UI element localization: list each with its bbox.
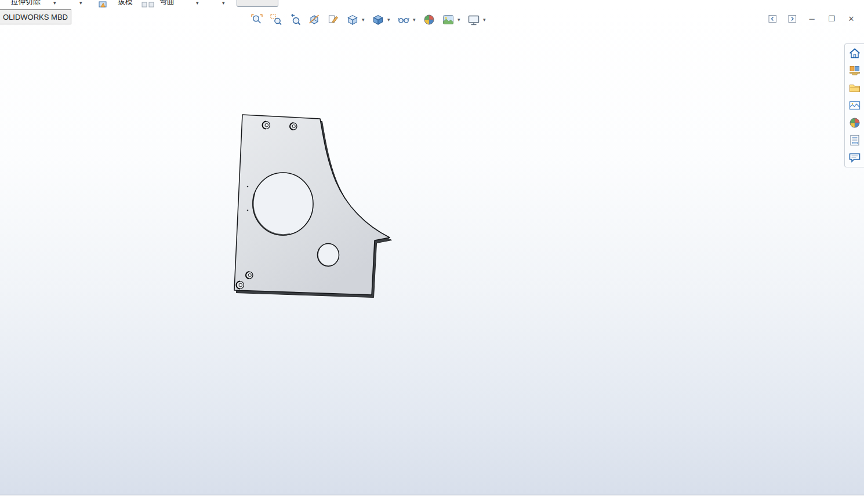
collapse-pane-left-icon[interactable] [768, 14, 777, 23]
tab-label: OLIDWORKS MBD [3, 13, 68, 21]
view-orientation-icon[interactable] [345, 13, 360, 27]
design-library-icon[interactable] [847, 64, 862, 78]
edit-appearance-icon[interactable] [422, 13, 437, 27]
minimize-button[interactable]: ─ [807, 15, 816, 23]
chevron-down-icon[interactable]: ▾ [413, 17, 418, 23]
counterbore-hole[interactable] [263, 122, 270, 129]
section-view-icon[interactable] [307, 13, 322, 27]
hide-show-items-icon[interactable] [396, 13, 411, 27]
restore-button[interactable]: ❐ [827, 15, 836, 23]
close-button[interactable]: ✕ [847, 15, 856, 23]
counterbore-hole[interactable] [237, 282, 244, 289]
home-icon[interactable] [847, 46, 862, 60]
chevron-down-icon[interactable]: ▾ [53, 1, 56, 6]
small-tool-icon[interactable] [141, 0, 155, 8]
feature-tool-icon[interactable] [99, 0, 107, 8]
counterbore-hole[interactable] [290, 123, 297, 130]
pressed-toolbar-button[interactable] [237, 0, 278, 7]
command-label-draft[interactable]: 拔模 [118, 0, 133, 7]
command-label-extruded-cut[interactable]: 拉伸切除 [10, 0, 41, 7]
view-palette-icon[interactable] [847, 98, 862, 112]
display-style-icon[interactable] [371, 13, 386, 27]
point-feature [247, 210, 249, 211]
zoom-to-area-icon[interactable] [268, 13, 284, 27]
solidworks-forum-icon[interactable] [847, 151, 862, 165]
command-manager-row: 拉伸切除 ▾ ▾ 拔模 弯曲 ▾ ▾ [0, 0, 864, 8]
expand-pane-right-icon[interactable] [787, 14, 797, 23]
apply-scene-icon[interactable] [441, 13, 456, 27]
headsup-view-toolbar: ▾ ▾ ▾ ▾ ▾ [249, 12, 488, 27]
window-controls: ─ ❐ ✕ [768, 14, 856, 23]
view-settings-icon[interactable] [466, 13, 481, 27]
previous-view-icon[interactable] [288, 13, 303, 27]
chevron-down-icon[interactable]: ▾ [362, 17, 366, 23]
file-explorer-icon[interactable] [847, 81, 862, 95]
status-bar [0, 495, 864, 504]
appearances-icon[interactable] [847, 116, 862, 130]
custom-properties-icon[interactable] [847, 133, 862, 147]
chevron-down-icon[interactable]: ▾ [79, 1, 82, 6]
part-3d-model[interactable] [229, 106, 403, 306]
graphics-viewport[interactable] [0, 8, 864, 495]
zoom-to-fit-icon[interactable] [249, 13, 264, 27]
command-label-flex[interactable]: 弯曲 [159, 0, 175, 7]
point-feature [247, 186, 249, 188]
counterbore-hole[interactable] [246, 272, 253, 279]
chevron-down-icon[interactable]: ▾ [387, 17, 392, 23]
chevron-down-icon[interactable]: ▾ [196, 1, 199, 6]
task-pane [844, 43, 864, 167]
chevron-down-icon[interactable]: ▾ [458, 17, 462, 23]
3d-drawing-view-icon[interactable] [326, 13, 341, 27]
tab-solidworks-mbd[interactable]: OLIDWORKS MBD [0, 9, 71, 24]
chevron-down-icon[interactable]: ▾ [483, 17, 488, 23]
chevron-down-icon[interactable]: ▾ [222, 1, 225, 6]
